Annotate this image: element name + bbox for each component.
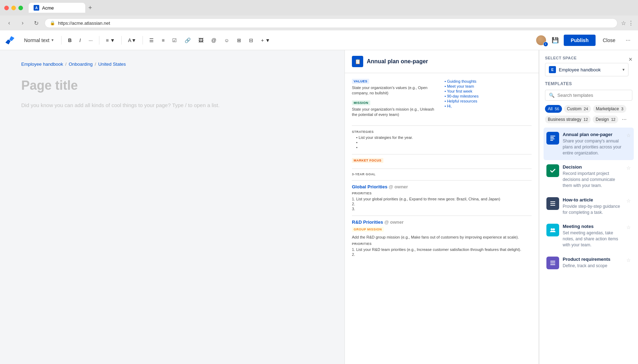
- bullet-list-btn[interactable]: ☰: [146, 35, 157, 45]
- url-bar[interactable]: 🔒 https://acme.atlassian.net: [45, 18, 617, 28]
- browser-addressbar: ‹ › ↻ 🔒 https://acme.atlassian.net ☆ ⋮: [0, 16, 638, 30]
- strategies-item-1: • List your strategies for the year.: [352, 135, 532, 140]
- rd-priority-1: 1. List your R&D team priorities (e.g., …: [352, 247, 532, 252]
- app-logo[interactable]: [4, 35, 16, 46]
- bullet-firstweek: • Your first week: [445, 89, 532, 94]
- save-draft-btn[interactable]: 💾: [550, 35, 561, 46]
- toolbar-divider-3: [121, 36, 122, 45]
- filter-marketplace[interactable]: Marketplace 3: [593, 105, 626, 113]
- bold-btn[interactable]: B: [65, 35, 74, 45]
- mention-btn[interactable]: @: [208, 35, 219, 45]
- strategies-item-2: •: [352, 140, 532, 145]
- lock-icon: 🔒: [50, 20, 55, 25]
- template-item-annual-plan[interactable]: Annual plan one-pager Share your company…: [544, 128, 634, 160]
- menu-icon[interactable]: ⋮: [628, 20, 634, 27]
- close-window-btn[interactable]: [4, 6, 9, 10]
- strategies-item-3: •: [352, 145, 532, 150]
- toolbar-more-btn[interactable]: ···: [622, 35, 634, 46]
- group-mission-text: Add the R&D group mission (e.g., Make fa…: [352, 235, 532, 240]
- template-name-product-req: Product requirements: [563, 257, 623, 262]
- template-icon-decision: [546, 164, 559, 177]
- text-color-btn[interactable]: A▼: [125, 35, 139, 45]
- template-item-howto[interactable]: How-to article Provide step-by-step guid…: [544, 193, 634, 220]
- filter-custom[interactable]: Custom 24: [564, 105, 591, 113]
- page-hint[interactable]: Did you know you can add all kinds of co…: [21, 101, 323, 110]
- group-mission-label: GROUP MISSION: [352, 227, 384, 232]
- preview-header: 📋 Annual plan one-pager: [345, 50, 539, 73]
- template-desc-meeting: Set meeting agendas, take notes, and sha…: [563, 230, 623, 248]
- filter-tags-row2: Business strategy 12 Design 12 ···: [545, 116, 632, 123]
- browser-tab[interactable]: A Acme: [29, 3, 85, 13]
- template-list: Annual plan one-pager Share your company…: [539, 128, 638, 364]
- text-format-dropdown[interactable]: Normal text ▼: [21, 35, 58, 45]
- minimize-window-btn[interactable]: [11, 6, 16, 10]
- template-star-meeting[interactable]: ☆: [626, 224, 631, 230]
- filter-tags-row1: All 56 Custom 24 Marketplace 3: [545, 105, 632, 113]
- svg-rect-6: [550, 205, 555, 206]
- template-star-annual-plan[interactable]: ☆: [626, 133, 631, 138]
- filter-more-btn[interactable]: ···: [620, 116, 628, 123]
- template-item-decision[interactable]: Decision Record important project decisi…: [544, 160, 634, 193]
- filter-business-strategy[interactable]: Business strategy 12: [545, 116, 591, 123]
- layout-btn[interactable]: ⊟: [246, 35, 256, 45]
- templates-label: TEMPLATES: [545, 81, 632, 86]
- page-title[interactable]: Page title: [21, 78, 323, 93]
- search-icon: 🔍: [549, 93, 555, 98]
- template-star-howto[interactable]: ☆: [626, 198, 631, 204]
- panel-header: × SELECT SPACE E Employee handbook ▾ TEM…: [539, 50, 638, 128]
- svg-rect-11: [550, 264, 555, 265]
- rd-priorities-title: R&D Priorities @ owner: [352, 219, 532, 225]
- strategies-label: STRATEGIES: [352, 130, 374, 134]
- search-box[interactable]: 🔍: [545, 90, 632, 101]
- avatar-wrapper: +: [535, 35, 547, 46]
- template-star-decision[interactable]: ☆: [626, 165, 631, 171]
- browser-titlebar: A Acme +: [0, 0, 638, 16]
- editor-close-btn[interactable]: Close: [598, 35, 620, 46]
- link-btn[interactable]: 🔗: [182, 35, 193, 45]
- space-dropdown[interactable]: E Employee handbook ▾: [545, 63, 628, 76]
- confluence-logo-icon: [5, 35, 15, 45]
- template-star-product-req[interactable]: ☆: [626, 257, 631, 263]
- template-item-meeting[interactable]: Meeting notes Set meeting agendas, take …: [544, 219, 634, 252]
- preview-header-title: Annual plan one-pager: [367, 58, 428, 65]
- publish-btn[interactable]: Publish: [564, 35, 596, 46]
- global-priorities-title: Global Priorities @ owner: [352, 184, 532, 189]
- refresh-btn[interactable]: ↻: [31, 18, 41, 28]
- back-btn[interactable]: ‹: [4, 18, 14, 28]
- template-desc-annual-plan: Share your company's annual plans and pr…: [563, 138, 623, 156]
- breadcrumb-part2[interactable]: Onboarding: [69, 61, 93, 67]
- numbered-list-btn[interactable]: ≡: [159, 35, 167, 45]
- toolbar-divider-1: [61, 36, 62, 45]
- template-name-howto: How-to article: [563, 197, 623, 202]
- new-tab-btn[interactable]: +: [85, 3, 95, 13]
- bullet-90day: • 90-day milestones: [445, 94, 532, 99]
- more-formatting-btn[interactable]: ···: [86, 35, 96, 45]
- italic-btn[interactable]: I: [77, 35, 84, 45]
- window-controls: [4, 6, 23, 10]
- filter-all[interactable]: All 56: [545, 105, 562, 113]
- values-text: State your organization's values (e.g., …: [352, 85, 439, 96]
- star-icon[interactable]: ☆: [621, 20, 626, 27]
- main-area: Employee handbook / Onboarding / United …: [0, 50, 638, 364]
- editor-area[interactable]: Employee handbook / Onboarding / United …: [0, 50, 344, 364]
- template-desc-howto: Provide step-by-step guidance for comple…: [563, 204, 623, 216]
- insert-more-btn[interactable]: + ▼: [258, 35, 273, 45]
- breadcrumb-part1[interactable]: Employee handbook: [21, 61, 63, 67]
- emoji-btn[interactable]: ☺: [221, 35, 232, 45]
- bullet-meet: • Meet your team: [445, 84, 532, 89]
- table-btn[interactable]: ⊞: [234, 35, 244, 45]
- svg-point-7: [551, 228, 553, 230]
- three-year-label: 3-YEAR GOAL: [352, 172, 532, 176]
- task-btn[interactable]: ☑: [169, 35, 180, 45]
- maximize-window-btn[interactable]: [18, 6, 23, 10]
- template-info-decision: Decision Record important project decisi…: [563, 164, 623, 188]
- panel-close-btn[interactable]: ×: [628, 56, 632, 63]
- forward-btn[interactable]: ›: [18, 18, 28, 28]
- breadcrumb-part3[interactable]: United States: [98, 61, 126, 67]
- align-btn[interactable]: ≡ ▼: [103, 35, 118, 45]
- search-input[interactable]: [557, 93, 628, 98]
- filter-design[interactable]: Design 12: [593, 116, 618, 123]
- template-item-product-req[interactable]: Product requirements Define, track and s…: [544, 252, 634, 274]
- svg-rect-4: [550, 201, 555, 202]
- image-btn[interactable]: 🖼: [196, 35, 206, 45]
